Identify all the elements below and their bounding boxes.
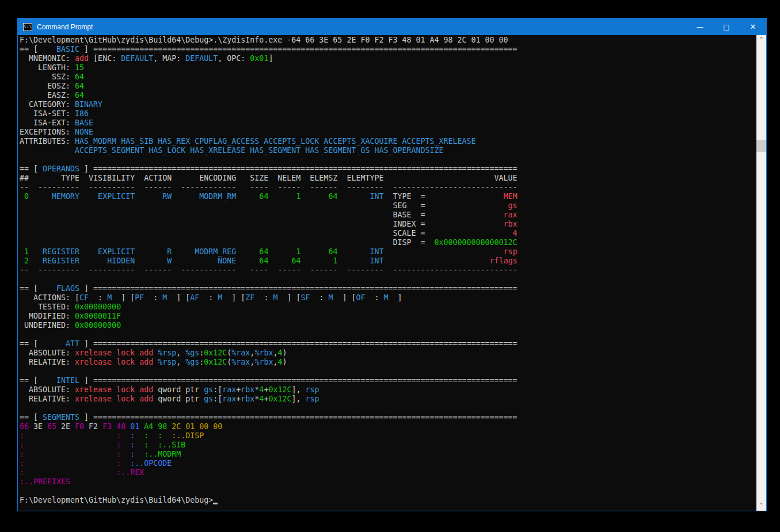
- terminal-line: CATEGORY: BINARY: [20, 100, 766, 109]
- window-title: Command Prompt: [37, 23, 93, 31]
- terminal-line: BASE = rax: [20, 210, 766, 220]
- scrollbar-thumb[interactable]: [756, 140, 766, 152]
- terminal-line: ## TYPE VISIBILITY ACTION ENCODING SIZE …: [20, 174, 766, 183]
- terminal-line: EOSZ: 64: [20, 82, 766, 91]
- terminal-line: -- --------- ---------- ------ ---------…: [20, 183, 766, 192]
- terminal-line: == [ ATT ] =============================…: [20, 339, 766, 349]
- terminal-line: : : : : :..SIB: [20, 441, 766, 450]
- terminal-line: UNDEFINED: 0x00000000: [20, 321, 766, 330]
- terminal-line: SSZ: 64: [20, 72, 766, 82]
- command-prompt-window: C:\_ Command Prompt — □ ✕ F:\Development…: [17, 18, 767, 511]
- terminal-line: ATTRIBUTES: HAS_MODRM HAS_SIB HAS_REX CP…: [20, 137, 766, 146]
- terminal-line: ISA-SET: I86: [20, 109, 766, 118]
- terminal-line: == [ INTEL ] ===========================…: [20, 376, 766, 385]
- terminal-line: ABSOLUTE: xrelease lock add qword ptr gs…: [20, 385, 766, 395]
- terminal-line: SCALE = 4: [20, 229, 766, 238]
- terminal-line: SEG = gs: [20, 201, 766, 210]
- titlebar[interactable]: C:\_ Command Prompt — □ ✕: [18, 18, 766, 35]
- terminal-line: 1 REGISTER EXPLICIT R MODRM_REG 64 1 64 …: [20, 247, 766, 257]
- desktop-background: C:\_ Command Prompt — □ ✕ F:\Development…: [0, 0, 780, 532]
- terminal-line: == [ BASIC ] ===========================…: [20, 45, 766, 54]
- console-viewport[interactable]: F:\Development\GitHub\zydis\Build64\Debu…: [18, 35, 766, 511]
- terminal-line: [20, 330, 766, 339]
- terminal-line: ACCEPTS_SEGMENT HAS_LOCK HAS_XRELEASE HA…: [20, 146, 766, 155]
- terminal-line: ABSOLUTE: xrelease lock add %rsp, %gs:0x…: [20, 349, 766, 358]
- text-cursor: [213, 497, 218, 504]
- terminal-line: TESTED: 0x00000000: [20, 303, 766, 312]
- terminal-line: :..PREFIXES: [20, 477, 766, 487]
- terminal-line: == [ SEGMENTS ] ========================…: [20, 413, 766, 422]
- terminal-line: ACTIONS: [CF : M ] [PF : M ] [AF : M ] […: [20, 293, 766, 303]
- terminal-line: INDEX = rbx: [20, 220, 766, 229]
- terminal-output: F:\Development\GitHub\zydis\Build64\Debu…: [18, 35, 766, 505]
- terminal-line: EXCEPTIONS: NONE: [20, 128, 766, 137]
- terminal-line: LENGTH: 15: [20, 63, 766, 72]
- terminal-line: : : :..OPCODE: [20, 459, 766, 468]
- window-controls: — □ ✕: [687, 18, 766, 35]
- terminal-line: : :..REX: [20, 468, 766, 477]
- terminal-line: RELATIVE: xrelease lock add %rsp, %gs:0x…: [20, 358, 766, 367]
- terminal-line: : : : : : :..DISP: [20, 431, 766, 441]
- terminal-line: 2 REGISTER HIDDEN W NONE 64 64 1 INT rfl…: [20, 257, 766, 266]
- terminal-line: -- --------- ---------- ------ ---------…: [20, 266, 766, 275]
- scroll-down-icon[interactable]: ˅: [756, 501, 766, 511]
- terminal-line: F:\Development\GitHub\zydis\Build64\Debu…: [20, 496, 766, 505]
- close-button[interactable]: ✕: [740, 18, 766, 35]
- scroll-up-icon[interactable]: ˄: [756, 35, 766, 45]
- terminal-line: == [ FLAGS ] ===========================…: [20, 284, 766, 293]
- terminal-line: == [ OPERANDS ] ========================…: [20, 164, 766, 174]
- scrollbar[interactable]: ˄ ˅: [756, 35, 766, 511]
- terminal-line: [20, 367, 766, 376]
- minimize-button[interactable]: —: [687, 18, 713, 35]
- terminal-line: 66 3E 65 2E F0 F2 F3 48 01 A4 98 2C 01 0…: [20, 422, 766, 431]
- terminal-line: DISP = 0x000000000000012C: [20, 238, 766, 247]
- terminal-line: : : : :..MODRM: [20, 450, 766, 459]
- terminal-line: EASZ: 64: [20, 91, 766, 100]
- terminal-line: RELATIVE: xrelease lock add qword ptr gs…: [20, 395, 766, 404]
- terminal-line: F:\Development\GitHub\zydis\Build64\Debu…: [20, 36, 766, 45]
- terminal-line: [20, 155, 766, 164]
- terminal-line: [20, 275, 766, 284]
- terminal-line: 0 MEMORY EXPLICIT RW MODRM_RM 64 1 64 IN…: [20, 192, 766, 201]
- maximize-button[interactable]: □: [713, 18, 740, 35]
- terminal-line: MODIFIED: 0x0000011F: [20, 312, 766, 321]
- terminal-line: [20, 404, 766, 413]
- terminal-line: MNEMONIC: add [ENC: DEFAULT, MAP: DEFAUL…: [20, 54, 766, 63]
- cmd-icon: C:\_: [23, 23, 32, 31]
- terminal-line: [20, 487, 766, 496]
- terminal-line: ISA-EXT: BASE: [20, 118, 766, 128]
